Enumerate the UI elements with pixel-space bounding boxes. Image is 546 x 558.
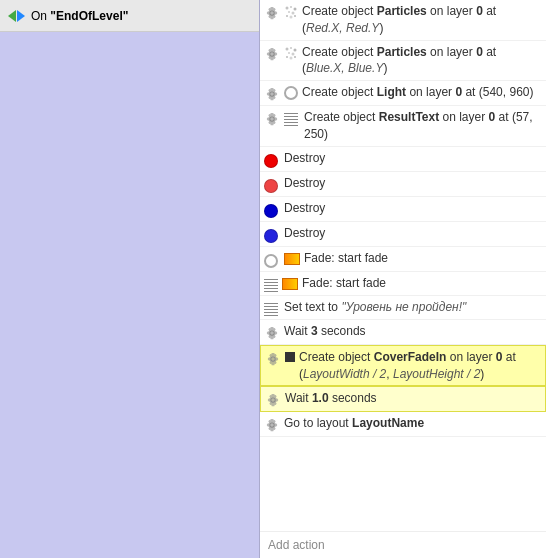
gear-icon bbox=[264, 46, 280, 62]
action-row[interactable]: Fade: start fade bbox=[260, 247, 546, 272]
gear-icon bbox=[264, 86, 280, 102]
event-header: On "EndOfLevel" bbox=[0, 0, 259, 32]
action-text: Create object Particles on layer 0 at (R… bbox=[302, 3, 540, 37]
add-action-label: Add action bbox=[268, 538, 325, 552]
action-row[interactable]: Create object Particles on layer 0 at (R… bbox=[260, 0, 546, 41]
action-text: Go to layout LayoutName bbox=[284, 415, 540, 432]
right-panel: Create object Particles on layer 0 at (R… bbox=[260, 0, 546, 558]
svg-point-9 bbox=[290, 47, 292, 49]
action-text: Destroy bbox=[284, 225, 540, 242]
action-row-highlighted2[interactable]: Wait 1.0 seconds bbox=[260, 386, 546, 412]
event-label: On bbox=[31, 9, 50, 23]
action-text: Create object ResultText on layer 0 at (… bbox=[304, 109, 540, 143]
action-row[interactable]: Create object Particles on layer 0 at (B… bbox=[260, 41, 546, 82]
result-fade-icon bbox=[264, 278, 278, 292]
action-row[interactable]: Destroy bbox=[260, 172, 546, 197]
set-text-icon bbox=[264, 302, 278, 316]
svg-point-12 bbox=[292, 52, 295, 55]
add-action-button[interactable]: Add action bbox=[260, 531, 546, 558]
event-name: "EndOfLevel" bbox=[50, 9, 128, 23]
action-row[interactable]: Go to layout LayoutName bbox=[260, 412, 546, 437]
action-text: Fade: start fade bbox=[302, 275, 540, 292]
svg-point-0 bbox=[286, 7, 289, 10]
svg-point-13 bbox=[286, 56, 288, 58]
destroy-blue2-icon bbox=[264, 229, 278, 243]
destroy-blue-icon bbox=[264, 204, 278, 218]
svg-point-2 bbox=[294, 8, 297, 11]
action-row[interactable]: Destroy bbox=[260, 222, 546, 247]
action-row[interactable]: Destroy bbox=[260, 147, 546, 172]
svg-point-5 bbox=[286, 15, 288, 17]
cover-icon bbox=[285, 352, 295, 362]
gear-icon bbox=[265, 351, 281, 367]
action-row[interactable]: Create object Light on layer 0 at (540, … bbox=[260, 81, 546, 106]
particles-icon bbox=[284, 5, 298, 19]
svg-point-10 bbox=[294, 48, 297, 51]
action-row-highlighted[interactable]: Create object CoverFadeIn on layer 0 at … bbox=[260, 345, 546, 387]
event-body bbox=[0, 32, 259, 558]
svg-point-7 bbox=[290, 16, 293, 19]
action-row[interactable]: Set text to "Уровень не пройден!" bbox=[260, 296, 546, 320]
action-row[interactable]: Wait 3 seconds bbox=[260, 320, 546, 345]
destroy-red2-icon bbox=[264, 179, 278, 193]
action-text: Destroy bbox=[284, 200, 540, 217]
action-text: Destroy bbox=[284, 150, 540, 167]
fade-icon bbox=[284, 253, 300, 265]
action-row[interactable]: Create object ResultText on layer 0 at (… bbox=[260, 106, 546, 147]
destroy-red-icon bbox=[264, 154, 278, 168]
action-row[interactable]: Fade: start fade bbox=[260, 272, 546, 296]
svg-point-1 bbox=[290, 6, 292, 8]
action-list: Create object Particles on layer 0 at (R… bbox=[260, 0, 546, 531]
svg-point-14 bbox=[294, 56, 296, 58]
svg-point-11 bbox=[288, 52, 290, 54]
light-icon bbox=[284, 86, 298, 100]
gear-icon bbox=[264, 417, 280, 433]
action-text: Set text to "Уровень не пройден!" bbox=[284, 299, 540, 316]
svg-point-8 bbox=[286, 47, 289, 50]
gear-icon bbox=[264, 325, 280, 341]
svg-point-4 bbox=[292, 12, 295, 15]
left-panel: On "EndOfLevel" bbox=[0, 0, 260, 558]
action-text: Create object Particles on layer 0 at (B… bbox=[302, 44, 540, 78]
gear-icon bbox=[264, 5, 280, 21]
action-text: Destroy bbox=[284, 175, 540, 192]
action-text: Create object Light on layer 0 at (540, … bbox=[302, 84, 540, 101]
action-text: Wait 1.0 seconds bbox=[285, 390, 539, 407]
fade-icon2 bbox=[282, 278, 298, 290]
event-arrows-icon bbox=[8, 10, 25, 22]
action-text: Create object CoverFadeIn on layer 0 at … bbox=[299, 349, 539, 383]
event-title: On "EndOfLevel" bbox=[31, 9, 128, 23]
action-text: Fade: start fade bbox=[304, 250, 540, 267]
svg-point-15 bbox=[290, 56, 293, 59]
gear-icon bbox=[264, 111, 280, 127]
svg-point-6 bbox=[294, 15, 296, 17]
particles-icon bbox=[284, 46, 298, 60]
action-row[interactable]: Destroy bbox=[260, 197, 546, 222]
arrow-right-icon bbox=[17, 10, 25, 22]
arrow-left-icon bbox=[8, 10, 16, 22]
result-text-icon bbox=[284, 112, 298, 126]
action-text: Wait 3 seconds bbox=[284, 323, 540, 340]
gear-icon bbox=[265, 392, 281, 408]
svg-point-3 bbox=[288, 11, 290, 13]
fade-circle-icon bbox=[264, 254, 278, 268]
